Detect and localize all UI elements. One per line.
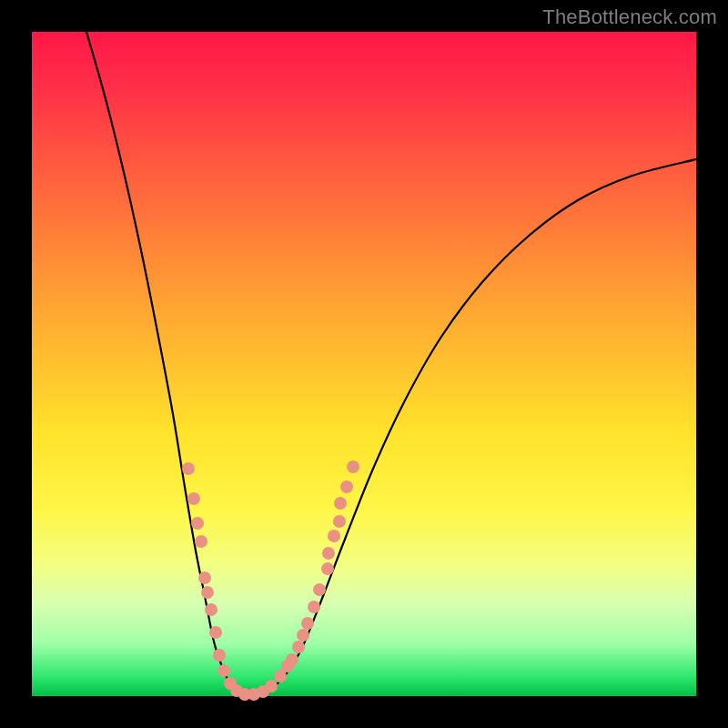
- data-point: [198, 571, 211, 584]
- data-point: [265, 680, 278, 693]
- data-point: [340, 480, 353, 493]
- data-point: [297, 629, 309, 642]
- data-point: [301, 617, 314, 630]
- data-point: [334, 497, 347, 510]
- watermark-text: TheBottleneck.com: [542, 5, 717, 29]
- data-point: [333, 515, 346, 528]
- data-point: [322, 547, 335, 560]
- data-point: [286, 653, 298, 666]
- data-point: [313, 583, 326, 596]
- data-point: [213, 649, 226, 662]
- bottleneck-curve: [86, 32, 696, 694]
- data-point-markers: [182, 460, 359, 701]
- data-point: [347, 460, 359, 473]
- data-point: [205, 603, 217, 616]
- data-point: [209, 626, 222, 639]
- data-point: [195, 535, 207, 548]
- data-point: [292, 641, 305, 653]
- data-point: [217, 664, 230, 677]
- data-point: [308, 601, 320, 613]
- data-point: [187, 492, 200, 505]
- data-point: [182, 462, 195, 475]
- data-point: [201, 586, 214, 599]
- chart-plot-area: [32, 32, 696, 696]
- data-point: [328, 530, 340, 542]
- data-point: [191, 517, 204, 530]
- chart-svg: [32, 32, 696, 696]
- data-point: [321, 562, 334, 575]
